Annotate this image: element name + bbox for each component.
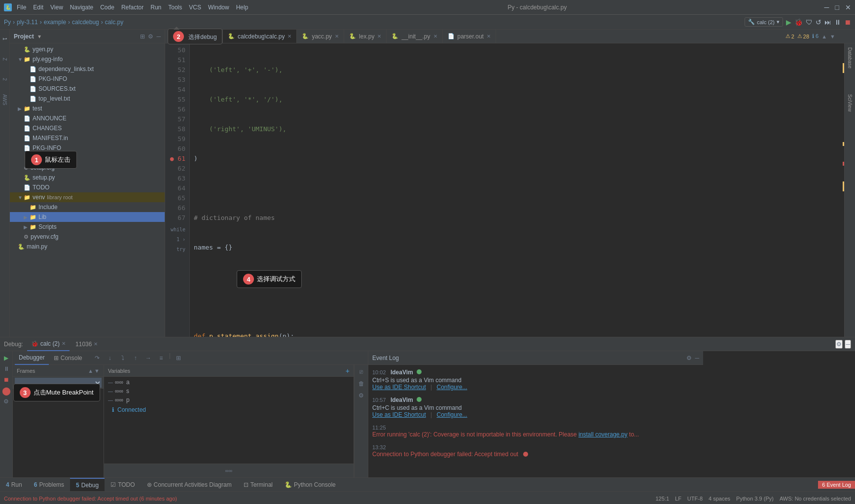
debug-settings-btn[interactable]: ⚙ [1,396,11,406]
tab-parser[interactable]: 📄 parser.out ✕ [443,30,496,43]
debug-right-btn2[interactable]: 🗑 [356,379,366,389]
rerun-button[interactable]: ↺ [816,18,821,26]
tree-item-sources[interactable]: 📄 SOURCES.txt [10,84,165,94]
aws-icon[interactable]: AWS [1,96,9,104]
favorites-icon[interactable]: 2 [1,75,9,83]
log-link-shortcut-1[interactable]: Use as IDE Shortcut [372,384,426,391]
vars-add-btn[interactable]: + [346,367,350,375]
chevron-down-icon[interactable]: ▼ [830,34,835,39]
tree-item-deplinks[interactable]: 📄 dependency_links.txt [10,64,165,74]
restore-layout-btn[interactable]: ⊞ [173,352,184,364]
breadcrumb-calcpy[interactable]: calc.py [105,19,123,26]
debug-stop-btn[interactable]: ⏹ [1,375,11,385]
tree-item-test[interactable]: ▶ 📁 test [10,104,165,113]
event-log-settings[interactable]: ⚙ [686,355,692,361]
breadcrumb-py[interactable]: Py [4,19,11,26]
tree-item-readme[interactable]: 📋 README.md 1 鼠标左击 [10,153,165,163]
log-link-shortcut-2[interactable]: Use as IDE Shortcut [372,411,426,418]
code-editor[interactable]: 50 51 52 53 54 55 56 57 58 59 60 ● 61 62… [165,43,844,337]
tab-concurrent[interactable]: ⊛ Concurrent Activities Diagram [141,478,238,492]
tree-item-setupcfg[interactable]: ⚙ setup.cfg [10,163,165,173]
debug-pause-btn[interactable]: ⏸ [1,364,11,374]
tab-console[interactable]: ⊞ Console [50,351,86,365]
tab-calcdebug-calc[interactable]: 🐍 calcdebug\calc.py ✕ [223,30,297,43]
project-dropdown-icon[interactable]: ▾ [38,33,41,40]
coverage-button[interactable]: 🛡 [806,18,813,26]
debug-process-close[interactable]: ✕ [94,341,98,347]
frames-nav-up[interactable]: ▲ [88,368,93,374]
menu-view[interactable]: View [48,4,65,11]
chevron-up-icon[interactable]: ▲ [821,34,827,39]
event-log-close[interactable]: ─ [695,355,699,361]
step-into-my-code-btn[interactable]: ⤵ [117,352,129,364]
suspend-button[interactable]: ⏸ [834,18,841,26]
step-into-btn[interactable]: ↓ [104,352,116,364]
sciview-icon[interactable]: SciView [846,92,854,113]
stop-button[interactable]: ⏹ [844,18,851,26]
menu-edit[interactable]: Edit [31,4,45,11]
log-error-link-3[interactable]: install coverage.py [578,431,627,438]
close-button[interactable]: ✕ [845,3,851,11]
menu-run[interactable]: Run [148,4,163,11]
panel-layout-btn[interactable]: ⊞ [140,33,145,40]
minimize-button[interactable]: ─ [824,3,829,11]
vars-footer-icon[interactable]: ∞∞ [225,468,232,473]
tree-item-lib[interactable]: ▶ 📁 Lib [10,212,165,222]
step-over-btn[interactable]: ↷ [91,352,103,364]
tree-item-pkginfo2[interactable]: 📄 PKG-INFO [10,143,165,153]
menu-refactor[interactable]: Refactor [119,4,145,11]
tree-item-todo[interactable]: 📄 TODO [10,182,165,192]
panel-settings-btn[interactable]: ⚙ [148,33,153,40]
tab-close-icon[interactable]: ✕ [433,34,437,39]
tab-debugger[interactable]: Debugger [15,351,49,365]
tree-item-scripts[interactable]: ▶ 📁 Scripts [10,222,165,232]
menu-code[interactable]: Code [98,4,116,11]
debug-close-button[interactable]: ─ [845,340,851,349]
run-config-selector[interactable]: 🔧 calc (2) ▾ [745,17,783,27]
tab-terminal[interactable]: ⊡ Terminal [238,478,279,492]
maximize-button[interactable]: □ [835,3,839,11]
panel-minimize-btn[interactable]: ─ [156,33,161,40]
run-button[interactable]: ▶ [786,18,791,26]
debug-process-tab[interactable]: 11036 ✕ [71,337,102,351]
database-icon[interactable]: Database [846,45,854,71]
tab-run[interactable]: 4 Run [0,478,28,492]
tree-item-pyvenvcfg[interactable]: ⚙ pyvenv.cfg [10,232,165,242]
stop-run-button[interactable]: ⏭ [824,18,831,26]
var-item-a[interactable]: — ∞∞ a [104,378,354,387]
menu-vcs[interactable]: VCS [187,4,203,11]
tab-yacc[interactable]: 🐍 yacc.py ✕ [297,30,344,43]
tab-problems[interactable]: 6 Problems [28,478,70,492]
breadcrumb-example[interactable]: example [44,19,66,26]
tab-debug[interactable]: 5 Debug [70,478,105,492]
debug-session-close[interactable]: ✕ [62,341,66,346]
debug-right-btn1[interactable]: ⎚ [356,367,366,377]
tab-close-icon[interactable]: ✕ [287,34,291,39]
event-log-status-btn[interactable]: 6 Event Log [818,481,855,489]
breadcrumb-ply[interactable]: ply-3.11 [17,19,38,26]
log-link-configure-1[interactable]: Configure... [437,384,467,391]
var-item-p[interactable]: — ∞∞ p [104,396,354,404]
tree-item-manifest[interactable]: 📄 MANIFEST.in [10,133,165,143]
tree-item-toplevel[interactable]: 📄 top_level.txt [10,94,165,104]
frames-nav-down[interactable]: ▼ [94,368,100,374]
run-to-cursor-btn[interactable]: → [142,352,154,364]
tree-item-announce[interactable]: 📄 ANNOUNCE [10,113,165,123]
tab-lex[interactable]: 🐍 lex.py ✕ [344,30,387,43]
log-link-configure-2[interactable]: Configure... [437,411,467,418]
menu-help[interactable]: Help [234,4,250,11]
menu-navigate[interactable]: Navigate [68,4,95,11]
tree-item-pkginfo1[interactable]: 📄 PKG-INFO [10,74,165,84]
debug-button[interactable]: 🐞 [794,18,803,26]
menu-window[interactable]: Window [206,4,231,11]
debug-session-tab[interactable]: 🐞 calc (2) ✕ [27,337,70,351]
tree-item-venv[interactable]: ▼ 📁 venv library root [10,192,165,202]
tree-item-plyegg[interactable]: ▼ 📁 ply.egg-info [10,54,165,64]
debug-resume-btn[interactable]: ▶ [1,353,11,363]
menu-tools[interactable]: Tools [166,4,184,11]
tree-item-ygen[interactable]: 🐍 ygen.py [10,44,165,54]
tab-close-icon[interactable]: ✕ [335,34,339,39]
tab-close-icon[interactable]: ✕ [377,34,381,39]
tree-item-mainpy[interactable]: 🐍 main.py [10,242,165,252]
breadcrumb-calcdebug[interactable]: calcdebug [72,19,99,26]
